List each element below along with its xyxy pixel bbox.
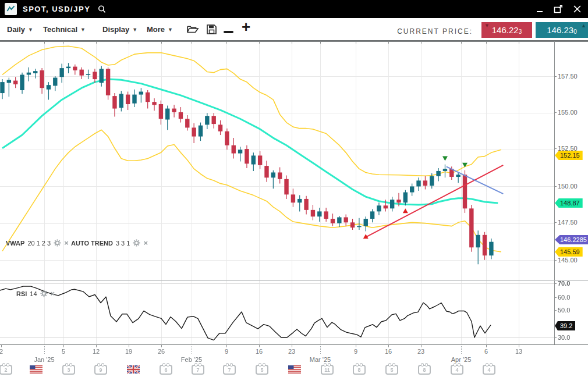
rsi-axis-label: 60.0 [558, 294, 570, 301]
calendar-news-icon[interactable]: 7 [223, 365, 236, 375]
close-icon[interactable]: × [51, 290, 55, 297]
zoom-out-button[interactable] [224, 31, 233, 33]
calendar-news-icon[interactable]: 2 [0, 365, 12, 375]
time-axis-label: 19 [125, 348, 132, 355]
chevron-down-icon: ▼ [168, 27, 173, 33]
month-label: Feb '25 [181, 356, 202, 363]
rsi-axis-label: 30.0 [558, 334, 570, 341]
time-axis-tick [63, 344, 64, 347]
gear-icon[interactable] [40, 290, 48, 297]
calendar-news-icon[interactable]: 7 [192, 365, 204, 375]
time-axis-label: 23 [417, 348, 424, 355]
price-axis-label: 147.50 [558, 219, 578, 226]
calendar-news-icon[interactable]: 4 [483, 365, 495, 375]
chart-area: VWAP20 1 2 3 × AUTO TREND3 3 1 × RSI14 ×… [0, 41, 588, 377]
calendar-news-icon[interactable]: 4 [451, 365, 463, 375]
time-axis-label: 12 [93, 348, 100, 355]
price-level-badge[interactable]: 146.2285 [555, 235, 588, 244]
chart-top-border [0, 41, 588, 42]
price-axis-tick [554, 76, 557, 77]
open-folder-icon[interactable] [186, 24, 199, 37]
bid-price-badge[interactable]: ▼ 146.223 [481, 22, 532, 38]
search-icon[interactable] [97, 5, 107, 14]
chevron-down-icon: ▼ [80, 27, 86, 33]
calendar-news-icon[interactable]: 9 [94, 365, 107, 375]
popout-icon[interactable] [553, 4, 564, 15]
price-chart-canvas[interactable] [0, 41, 554, 344]
time-axis-tick [292, 344, 292, 347]
menu-more[interactable]: More▼ [147, 25, 173, 34]
title-bar: SPOT, USD/JPY [0, 0, 588, 18]
time-axis-label: 16 [256, 348, 263, 355]
time-axis-tick [388, 344, 389, 347]
price-axis-border [554, 41, 555, 344]
gear-icon[interactable] [54, 239, 61, 247]
calendar-news-icon[interactable]: 6 [160, 365, 172, 375]
price-axis-tick [554, 148, 557, 149]
menu-technical[interactable]: Technical▼ [43, 25, 86, 34]
time-axis-label: 16 [385, 348, 392, 355]
month-tick [192, 346, 192, 354]
calendar-news-icon[interactable]: 3 [62, 365, 75, 375]
ask-price-badge[interactable]: 146.230 ▲ [536, 22, 588, 38]
calendar-news-icon[interactable]: 8 [418, 365, 431, 375]
time-axis-label: 9 [225, 348, 228, 355]
zoom-in-button[interactable]: + [242, 19, 250, 34]
calendar-news-icon[interactable]: 5 [256, 365, 268, 375]
menu-daily[interactable]: Daily▼ [7, 25, 33, 34]
price-axis-label: 145.00 [558, 257, 578, 264]
us-flag-icon[interactable] [288, 365, 301, 376]
rsi-axis-tick [554, 337, 557, 338]
time-axis-tick [226, 344, 227, 347]
month-label: Jan '25 [34, 356, 54, 363]
save-icon[interactable] [206, 24, 217, 37]
gear-icon[interactable] [133, 239, 140, 247]
chevron-down-icon: ▼ [132, 27, 137, 33]
time-axis-tick [356, 344, 356, 347]
time-axis-label: 23 [288, 348, 295, 355]
rsi-value-badge[interactable]: 39.2 [555, 321, 575, 330]
time-axis-label: 5 [62, 348, 65, 355]
time-axis-label: 13 [515, 348, 522, 355]
current-price-label: CURRENT PRICE: [397, 27, 473, 35]
month-tick [44, 346, 45, 354]
price-axis-tick [554, 260, 557, 261]
trading-chart-window: SPOT, USD/JPY Daily▼ Technical▼ Display▼… [0, 0, 588, 377]
price-level-badge[interactable]: 152.15 [555, 151, 583, 160]
time-axis-label: 6 [484, 348, 488, 355]
time-axis-tick [519, 344, 519, 347]
chevron-down-icon: ▼ [28, 27, 33, 33]
menu-display[interactable]: Display▼ [102, 25, 137, 34]
price-axis-tick [554, 186, 557, 187]
minimize-button[interactable] [534, 4, 545, 15]
close-icon[interactable]: × [143, 240, 148, 246]
calendar-news-icon[interactable]: 8 [353, 365, 366, 375]
month-label: Apr '25 [451, 356, 472, 363]
close-icon[interactable] [572, 4, 582, 15]
auto-trend-indicator-label: AUTO TREND3 3 1 × [71, 239, 148, 247]
price-axis-tick [554, 112, 557, 113]
price-axis-label: 150.00 [558, 183, 578, 190]
calendar-news-icon[interactable]: 11 [321, 365, 334, 375]
calendar-news-icon[interactable]: 5 [385, 365, 398, 375]
price-axis-tick [554, 222, 557, 223]
rsi-axis-tick [554, 297, 557, 298]
price-level-badge[interactable]: 148.87 [555, 198, 583, 208]
rsi-axis-label: 50.0 [558, 307, 570, 314]
month-tick [461, 346, 462, 354]
price-axis-label: 155.00 [558, 109, 578, 116]
time-axis-border [0, 344, 588, 345]
us-flag-icon[interactable] [30, 365, 42, 376]
uk-flag-icon[interactable] [127, 365, 140, 376]
time-axis-tick [1, 344, 2, 347]
time-axis-tick [259, 344, 260, 347]
chart-logo-icon [5, 3, 17, 15]
time-axis-tick [421, 344, 421, 347]
month-label: Mar '25 [310, 356, 331, 363]
time-axis-tick [161, 344, 162, 347]
arrow-up-icon: ▲ [581, 23, 586, 29]
pane-divider[interactable] [0, 280, 588, 281]
close-icon[interactable]: × [64, 240, 69, 246]
rsi-axis-tick [554, 283, 557, 284]
price-level-badge[interactable]: 145.59 [555, 247, 583, 257]
